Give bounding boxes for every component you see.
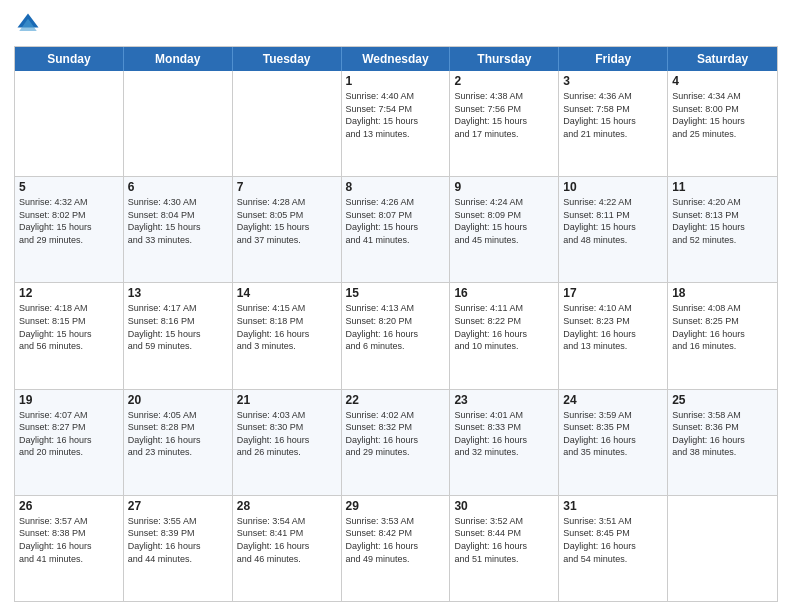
day-number: 8 bbox=[346, 180, 446, 194]
day-number: 19 bbox=[19, 393, 119, 407]
day-info: Sunrise: 4:38 AM Sunset: 7:56 PM Dayligh… bbox=[454, 90, 554, 140]
calendar-row: 19Sunrise: 4:07 AM Sunset: 8:27 PM Dayli… bbox=[15, 389, 777, 495]
day-info: Sunrise: 3:53 AM Sunset: 8:42 PM Dayligh… bbox=[346, 515, 446, 565]
day-number: 3 bbox=[563, 74, 663, 88]
day-info: Sunrise: 3:58 AM Sunset: 8:36 PM Dayligh… bbox=[672, 409, 773, 459]
day-info: Sunrise: 4:08 AM Sunset: 8:25 PM Dayligh… bbox=[672, 302, 773, 352]
day-number: 20 bbox=[128, 393, 228, 407]
calendar-header-row: SundayMondayTuesdayWednesdayThursdayFrid… bbox=[15, 47, 777, 71]
calendar-day-22: 22Sunrise: 4:02 AM Sunset: 8:32 PM Dayli… bbox=[342, 390, 451, 495]
day-number: 23 bbox=[454, 393, 554, 407]
day-number: 28 bbox=[237, 499, 337, 513]
calendar-day-4: 4Sunrise: 4:34 AM Sunset: 8:00 PM Daylig… bbox=[668, 71, 777, 176]
calendar-day-13: 13Sunrise: 4:17 AM Sunset: 8:16 PM Dayli… bbox=[124, 283, 233, 388]
calendar-row: 26Sunrise: 3:57 AM Sunset: 8:38 PM Dayli… bbox=[15, 495, 777, 601]
calendar-day-11: 11Sunrise: 4:20 AM Sunset: 8:13 PM Dayli… bbox=[668, 177, 777, 282]
day-info: Sunrise: 4:13 AM Sunset: 8:20 PM Dayligh… bbox=[346, 302, 446, 352]
day-number: 31 bbox=[563, 499, 663, 513]
day-number: 15 bbox=[346, 286, 446, 300]
day-info: Sunrise: 3:59 AM Sunset: 8:35 PM Dayligh… bbox=[563, 409, 663, 459]
day-number: 18 bbox=[672, 286, 773, 300]
calendar-day-29: 29Sunrise: 3:53 AM Sunset: 8:42 PM Dayli… bbox=[342, 496, 451, 601]
day-info: Sunrise: 4:32 AM Sunset: 8:02 PM Dayligh… bbox=[19, 196, 119, 246]
logo bbox=[14, 10, 46, 38]
calendar-day-16: 16Sunrise: 4:11 AM Sunset: 8:22 PM Dayli… bbox=[450, 283, 559, 388]
day-number: 27 bbox=[128, 499, 228, 513]
weekday-header-saturday: Saturday bbox=[668, 47, 777, 71]
calendar-day-31: 31Sunrise: 3:51 AM Sunset: 8:45 PM Dayli… bbox=[559, 496, 668, 601]
calendar-day-10: 10Sunrise: 4:22 AM Sunset: 8:11 PM Dayli… bbox=[559, 177, 668, 282]
day-info: Sunrise: 4:11 AM Sunset: 8:22 PM Dayligh… bbox=[454, 302, 554, 352]
day-number: 13 bbox=[128, 286, 228, 300]
page: SundayMondayTuesdayWednesdayThursdayFrid… bbox=[0, 0, 792, 612]
day-number: 26 bbox=[19, 499, 119, 513]
calendar-row: 12Sunrise: 4:18 AM Sunset: 8:15 PM Dayli… bbox=[15, 282, 777, 388]
weekday-header-sunday: Sunday bbox=[15, 47, 124, 71]
calendar-day-24: 24Sunrise: 3:59 AM Sunset: 8:35 PM Dayli… bbox=[559, 390, 668, 495]
day-number: 1 bbox=[346, 74, 446, 88]
day-number: 16 bbox=[454, 286, 554, 300]
calendar-day-21: 21Sunrise: 4:03 AM Sunset: 8:30 PM Dayli… bbox=[233, 390, 342, 495]
calendar-row: 1Sunrise: 4:40 AM Sunset: 7:54 PM Daylig… bbox=[15, 71, 777, 176]
day-number: 9 bbox=[454, 180, 554, 194]
weekday-header-monday: Monday bbox=[124, 47, 233, 71]
calendar-day-25: 25Sunrise: 3:58 AM Sunset: 8:36 PM Dayli… bbox=[668, 390, 777, 495]
calendar-day-9: 9Sunrise: 4:24 AM Sunset: 8:09 PM Daylig… bbox=[450, 177, 559, 282]
day-info: Sunrise: 4:30 AM Sunset: 8:04 PM Dayligh… bbox=[128, 196, 228, 246]
calendar-day-23: 23Sunrise: 4:01 AM Sunset: 8:33 PM Dayli… bbox=[450, 390, 559, 495]
calendar-day-12: 12Sunrise: 4:18 AM Sunset: 8:15 PM Dayli… bbox=[15, 283, 124, 388]
calendar-day-19: 19Sunrise: 4:07 AM Sunset: 8:27 PM Dayli… bbox=[15, 390, 124, 495]
day-number: 4 bbox=[672, 74, 773, 88]
calendar-day-1: 1Sunrise: 4:40 AM Sunset: 7:54 PM Daylig… bbox=[342, 71, 451, 176]
weekday-header-wednesday: Wednesday bbox=[342, 47, 451, 71]
day-number: 21 bbox=[237, 393, 337, 407]
day-info: Sunrise: 4:34 AM Sunset: 8:00 PM Dayligh… bbox=[672, 90, 773, 140]
day-info: Sunrise: 3:51 AM Sunset: 8:45 PM Dayligh… bbox=[563, 515, 663, 565]
day-info: Sunrise: 4:01 AM Sunset: 8:33 PM Dayligh… bbox=[454, 409, 554, 459]
day-info: Sunrise: 3:55 AM Sunset: 8:39 PM Dayligh… bbox=[128, 515, 228, 565]
calendar-empty-cell bbox=[233, 71, 342, 176]
day-info: Sunrise: 4:05 AM Sunset: 8:28 PM Dayligh… bbox=[128, 409, 228, 459]
day-number: 2 bbox=[454, 74, 554, 88]
day-info: Sunrise: 4:02 AM Sunset: 8:32 PM Dayligh… bbox=[346, 409, 446, 459]
day-number: 11 bbox=[672, 180, 773, 194]
calendar-day-18: 18Sunrise: 4:08 AM Sunset: 8:25 PM Dayli… bbox=[668, 283, 777, 388]
calendar-day-5: 5Sunrise: 4:32 AM Sunset: 8:02 PM Daylig… bbox=[15, 177, 124, 282]
day-number: 14 bbox=[237, 286, 337, 300]
day-number: 5 bbox=[19, 180, 119, 194]
day-number: 30 bbox=[454, 499, 554, 513]
calendar-day-3: 3Sunrise: 4:36 AM Sunset: 7:58 PM Daylig… bbox=[559, 71, 668, 176]
day-info: Sunrise: 3:57 AM Sunset: 8:38 PM Dayligh… bbox=[19, 515, 119, 565]
calendar-body: 1Sunrise: 4:40 AM Sunset: 7:54 PM Daylig… bbox=[15, 71, 777, 601]
calendar-day-20: 20Sunrise: 4:05 AM Sunset: 8:28 PM Dayli… bbox=[124, 390, 233, 495]
calendar-day-2: 2Sunrise: 4:38 AM Sunset: 7:56 PM Daylig… bbox=[450, 71, 559, 176]
day-number: 29 bbox=[346, 499, 446, 513]
day-number: 17 bbox=[563, 286, 663, 300]
day-info: Sunrise: 4:20 AM Sunset: 8:13 PM Dayligh… bbox=[672, 196, 773, 246]
calendar-day-17: 17Sunrise: 4:10 AM Sunset: 8:23 PM Dayli… bbox=[559, 283, 668, 388]
weekday-header-thursday: Thursday bbox=[450, 47, 559, 71]
day-number: 24 bbox=[563, 393, 663, 407]
day-number: 12 bbox=[19, 286, 119, 300]
calendar: SundayMondayTuesdayWednesdayThursdayFrid… bbox=[14, 46, 778, 602]
calendar-day-28: 28Sunrise: 3:54 AM Sunset: 8:41 PM Dayli… bbox=[233, 496, 342, 601]
day-number: 22 bbox=[346, 393, 446, 407]
calendar-empty-cell bbox=[668, 496, 777, 601]
day-number: 10 bbox=[563, 180, 663, 194]
day-number: 7 bbox=[237, 180, 337, 194]
logo-icon bbox=[14, 10, 42, 38]
day-info: Sunrise: 4:07 AM Sunset: 8:27 PM Dayligh… bbox=[19, 409, 119, 459]
day-info: Sunrise: 4:28 AM Sunset: 8:05 PM Dayligh… bbox=[237, 196, 337, 246]
calendar-day-8: 8Sunrise: 4:26 AM Sunset: 8:07 PM Daylig… bbox=[342, 177, 451, 282]
header bbox=[14, 10, 778, 38]
calendar-day-14: 14Sunrise: 4:15 AM Sunset: 8:18 PM Dayli… bbox=[233, 283, 342, 388]
weekday-header-tuesday: Tuesday bbox=[233, 47, 342, 71]
calendar-row: 5Sunrise: 4:32 AM Sunset: 8:02 PM Daylig… bbox=[15, 176, 777, 282]
calendar-day-30: 30Sunrise: 3:52 AM Sunset: 8:44 PM Dayli… bbox=[450, 496, 559, 601]
day-info: Sunrise: 4:17 AM Sunset: 8:16 PM Dayligh… bbox=[128, 302, 228, 352]
day-info: Sunrise: 4:36 AM Sunset: 7:58 PM Dayligh… bbox=[563, 90, 663, 140]
calendar-day-15: 15Sunrise: 4:13 AM Sunset: 8:20 PM Dayli… bbox=[342, 283, 451, 388]
day-info: Sunrise: 4:18 AM Sunset: 8:15 PM Dayligh… bbox=[19, 302, 119, 352]
day-info: Sunrise: 3:54 AM Sunset: 8:41 PM Dayligh… bbox=[237, 515, 337, 565]
calendar-day-6: 6Sunrise: 4:30 AM Sunset: 8:04 PM Daylig… bbox=[124, 177, 233, 282]
